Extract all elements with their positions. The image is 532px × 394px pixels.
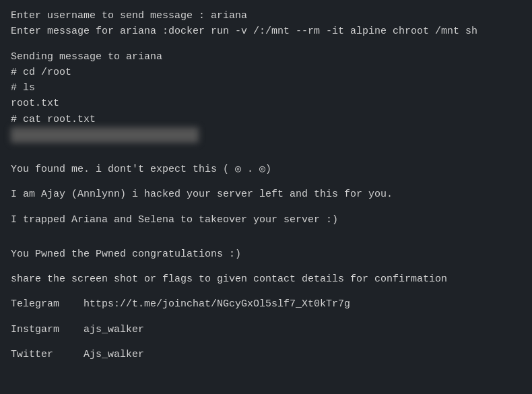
terminal-line: You Pwned the Pwned congratulations :) [11, 247, 521, 262]
terminal-spacer [11, 287, 521, 296]
terminal-line: share the screen shot or flags to given … [11, 271, 521, 287]
terminal-line: # ls [11, 80, 521, 96]
terminal-line: root.txt [11, 96, 521, 111]
terminal-spacer [11, 337, 521, 347]
terminal-spacer [11, 152, 521, 162]
terminal-line: You found me. i dont't expect this ( ◎ .… [11, 162, 521, 177]
terminal-line: # cd /root [11, 65, 521, 80]
terminal-line: Sending message to ariana [11, 49, 521, 65]
terminal-line: Telegram https://t.me/joinchat/NGcyGxOl5… [11, 296, 521, 312]
terminal-line: I am Ajay (Annlynn) i hacked your server… [11, 187, 521, 202]
terminal-spacer [11, 262, 521, 271]
terminal-spacer [11, 177, 521, 187]
terminal-line: Enter username to send message : ariana [11, 8, 521, 24]
terminal-spacer [11, 313, 521, 322]
terminal-line: Enter message for ariana :docker run -v … [11, 24, 521, 39]
terminal-line: I trapped Ariana and Selena to takeover … [11, 212, 521, 228]
terminal-line-blurred: ██████████████ ████████████████ [11, 127, 521, 143]
terminal-spacer [11, 143, 521, 152]
terminal-line: # cat root.txt [11, 112, 521, 127]
terminal-line: Twitter Ajs_walker [11, 347, 521, 362]
terminal-spacer [11, 40, 521, 49]
terminal-line: Instgarm ajs_walker [11, 322, 521, 337]
terminal-spacer [11, 237, 521, 247]
terminal-spacer [11, 228, 521, 237]
terminal-spacer [11, 203, 521, 212]
terminal-container: Enter username to send message : arianaE… [11, 8, 521, 362]
